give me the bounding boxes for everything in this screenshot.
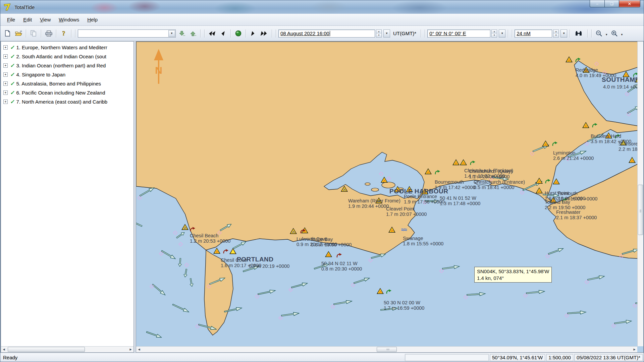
tidal-stream-arrow[interactable] bbox=[290, 281, 308, 290]
tidal-stream-arrow[interactable] bbox=[587, 274, 605, 282]
station-combo[interactable]: ▼ bbox=[78, 29, 176, 38]
tide-station-icon[interactable] bbox=[460, 159, 467, 165]
tidal-stream-arrow[interactable] bbox=[333, 299, 353, 306]
copy-button[interactable] bbox=[29, 29, 39, 38]
range-dropdown[interactable]: ▼ bbox=[560, 29, 567, 38]
expand-plus-icon[interactable]: + bbox=[3, 54, 8, 59]
tidal-stream-arrow[interactable] bbox=[151, 283, 167, 297]
tree-item[interactable]: + ✓ 3. Indian Ocean (northern part) and … bbox=[1, 61, 133, 70]
help-button[interactable]: ? bbox=[59, 29, 69, 38]
station-combo-dropdown[interactable]: ▼ bbox=[168, 30, 175, 37]
scrollbar-thumb[interactable] bbox=[377, 347, 397, 352]
tidal-diamond[interactable] bbox=[594, 62, 599, 66]
tidal-stream-arrow[interactable] bbox=[353, 276, 371, 285]
tide-station-icon[interactable] bbox=[536, 187, 543, 193]
map-vertical-scrollbar[interactable] bbox=[637, 42, 643, 346]
expand-plus-icon[interactable]: + bbox=[3, 45, 8, 50]
zoom-in-button[interactable] bbox=[609, 29, 620, 38]
position-field[interactable]: 0° 00' N 0° 00' E bbox=[427, 29, 490, 38]
new-button[interactable] bbox=[2, 29, 12, 38]
tide-station-icon[interactable] bbox=[452, 159, 460, 165]
tidal-diamond[interactable] bbox=[184, 263, 189, 267]
scroll-right-icon[interactable]: ▶ bbox=[128, 347, 133, 352]
tidal-stream-arrow[interactable] bbox=[146, 330, 163, 339]
position-dropdown[interactable]: ▼ bbox=[499, 29, 505, 38]
area-tree[interactable]: + ✓ 1. Europe, Northern Waters and Medit… bbox=[1, 42, 133, 346]
print-button[interactable] bbox=[44, 29, 54, 38]
zoom-in-dropdown[interactable]: ▼ bbox=[621, 33, 623, 36]
tidal-stream-arrow[interactable] bbox=[467, 292, 486, 297]
expand-plus-icon[interactable]: + bbox=[3, 81, 8, 86]
step-back-button[interactable] bbox=[218, 29, 228, 38]
tidal-stream-arrow[interactable] bbox=[136, 218, 143, 228]
tidal-stream-arrow[interactable] bbox=[281, 311, 300, 318]
tidal-stream-arrow[interactable] bbox=[209, 276, 226, 286]
tree-item[interactable]: + ✓ 2. South Atlantic and Indian Ocean (… bbox=[1, 52, 133, 61]
chart-map[interactable]: N bbox=[136, 41, 644, 353]
open-button[interactable] bbox=[13, 29, 23, 38]
tidal-stream-arrow[interactable] bbox=[183, 268, 189, 278]
tidal-stream-arrow[interactable] bbox=[178, 258, 182, 267]
tide-station-icon[interactable] bbox=[388, 227, 395, 233]
step-forward-button[interactable] bbox=[248, 29, 258, 38]
tidal-stream-arrow[interactable] bbox=[139, 186, 156, 198]
tide-station-icon[interactable] bbox=[542, 140, 549, 146]
tide-station-icon[interactable] bbox=[181, 224, 189, 230]
tidal-diamond[interactable] bbox=[178, 242, 183, 246]
now-button[interactable] bbox=[233, 29, 243, 38]
tide-station-icon[interactable] bbox=[553, 178, 560, 184]
map-horizontal-scrollbar[interactable]: ◀ ▶ bbox=[136, 346, 637, 352]
range-spinner[interactable]: ▲▼ bbox=[553, 29, 559, 38]
maximize-button[interactable]: ❏ bbox=[605, 0, 619, 7]
spin-down-icon[interactable]: ▼ bbox=[553, 34, 558, 37]
tidal-stream-arrow[interactable] bbox=[189, 278, 194, 287]
tide-station-icon[interactable] bbox=[629, 157, 636, 163]
tidal-stream-arrow[interactable] bbox=[614, 319, 632, 325]
tree-item[interactable]: + ✓ 7. North America (east coast) and Ca… bbox=[1, 97, 133, 106]
expand-plus-icon[interactable]: + bbox=[3, 63, 8, 68]
datetime-spinner[interactable]: ▲▼ bbox=[376, 29, 382, 38]
tidal-stream-arrow[interactable] bbox=[567, 310, 587, 315]
next-station-button[interactable] bbox=[188, 29, 198, 38]
tidal-stream-arrow[interactable] bbox=[160, 249, 177, 261]
tree-item[interactable]: + ✓ 6. Pacific Ocean including New Zeala… bbox=[1, 88, 133, 97]
tide-station-icon[interactable] bbox=[341, 186, 348, 192]
spin-up-icon[interactable]: ▲ bbox=[376, 30, 381, 34]
scroll-left-icon[interactable]: ◀ bbox=[136, 347, 142, 352]
tidal-diamond[interactable] bbox=[379, 172, 383, 176]
tide-station-icon[interactable] bbox=[566, 56, 573, 62]
tidal-stream-arrow[interactable] bbox=[219, 222, 233, 232]
menu-item[interactable]: File bbox=[4, 15, 18, 24]
menu-item[interactable]: View bbox=[37, 15, 54, 24]
spin-up-icon[interactable]: ▲ bbox=[492, 30, 497, 34]
tidal-stream-arrow[interactable] bbox=[442, 264, 460, 271]
title-bar[interactable]: TotalTide – ❏ ✕ bbox=[0, 0, 644, 14]
tidal-stream-arrow[interactable] bbox=[547, 246, 565, 256]
spin-down-icon[interactable]: ▼ bbox=[376, 34, 381, 37]
datetime-dropdown[interactable]: ▼ bbox=[383, 29, 390, 38]
tidal-stream-arrow[interactable] bbox=[526, 289, 545, 295]
spin-up-icon[interactable]: ▲ bbox=[553, 30, 558, 34]
tide-station-icon[interactable] bbox=[213, 248, 220, 254]
tidal-stream-arrow[interactable] bbox=[224, 306, 243, 313]
scrollbar-thumb[interactable] bbox=[638, 185, 643, 235]
datetime-field[interactable]: 08 August 2022 16:00 bbox=[278, 29, 375, 38]
zoom-out-button[interactable] bbox=[594, 29, 604, 38]
tidal-stream-arrow[interactable] bbox=[257, 288, 276, 296]
tidal-stream-arrow[interactable] bbox=[370, 252, 386, 260]
minimize-button[interactable]: – bbox=[590, 0, 605, 7]
prev-station-button[interactable] bbox=[177, 29, 187, 38]
tidal-stream-arrow[interactable] bbox=[198, 322, 217, 331]
tide-station-icon[interactable] bbox=[582, 122, 589, 128]
fast-forward-button[interactable] bbox=[259, 29, 269, 38]
tide-station-icon[interactable] bbox=[325, 251, 332, 257]
menu-item[interactable]: Edit bbox=[20, 15, 35, 24]
scroll-right-icon[interactable]: ▶ bbox=[632, 347, 637, 352]
tide-station-icon[interactable] bbox=[229, 248, 236, 254]
close-button[interactable]: ✕ bbox=[619, 0, 640, 7]
zoom-out-dropdown[interactable]: ▼ bbox=[605, 33, 608, 36]
expand-plus-icon[interactable]: + bbox=[3, 90, 8, 95]
rewind-button[interactable] bbox=[207, 29, 217, 38]
scrollbar-thumb[interactable] bbox=[8, 347, 85, 352]
tidal-stream-arrow[interactable] bbox=[171, 303, 190, 314]
